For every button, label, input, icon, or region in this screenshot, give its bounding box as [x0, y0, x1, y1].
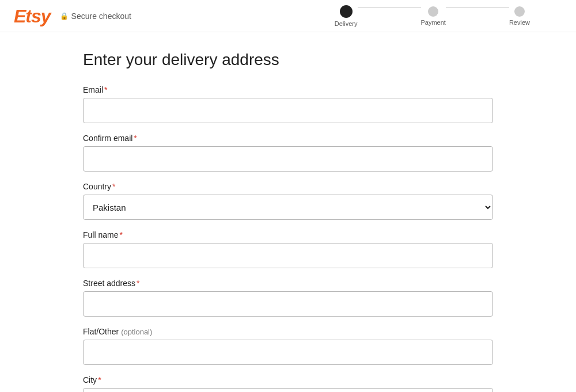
email-input[interactable] — [83, 98, 493, 123]
email-group: Email* — [83, 85, 493, 123]
confirm-email-required-star: * — [134, 134, 137, 143]
main-content: Enter your delivery address Email* Confi… — [69, 32, 507, 392]
full-name-label: Full name* — [83, 230, 493, 239]
city-label: City* — [83, 375, 493, 385]
checkout-progress: Delivery Payment Review — [335, 5, 530, 27]
flat-other-optional: (optional) — [121, 328, 152, 336]
street-address-required-star: * — [137, 279, 139, 288]
flat-other-group: Flat/Other (optional) — [83, 327, 493, 365]
country-required-star: * — [112, 182, 115, 191]
step-line-1 — [358, 7, 421, 8]
full-name-input[interactable] — [83, 243, 493, 268]
city-required-star: * — [98, 375, 101, 385]
street-address-group: Street address* — [83, 279, 493, 317]
email-label: Email* — [83, 85, 493, 94]
payment-label: Payment — [421, 19, 446, 26]
etsy-logo[interactable]: Etsy — [14, 7, 51, 25]
confirm-email-label: Confirm email* — [83, 134, 493, 143]
header: Etsy 🔒 Secure checkout Delivery Payment … — [0, 0, 576, 32]
payment-dot — [428, 6, 438, 17]
city-input[interactable] — [83, 388, 493, 392]
step-payment: Payment — [421, 6, 446, 26]
full-name-group: Full name* — [83, 230, 493, 268]
review-label: Review — [509, 19, 530, 26]
full-name-required-star: * — [119, 230, 122, 239]
secure-checkout-indicator: 🔒 Secure checkout — [60, 12, 131, 21]
lock-icon: 🔒 — [60, 12, 69, 20]
step-delivery: Delivery — [335, 5, 358, 27]
country-group: Country* Pakistan United States United K… — [83, 182, 493, 220]
review-dot — [514, 6, 525, 17]
secure-checkout-label: Secure checkout — [71, 12, 131, 21]
country-select[interactable]: Pakistan United States United Kingdom Ca… — [83, 195, 493, 220]
delivery-label: Delivery — [335, 20, 358, 27]
step-review: Review — [509, 6, 530, 26]
street-address-label: Street address* — [83, 279, 493, 288]
confirm-email-group: Confirm email* — [83, 134, 493, 172]
page-title: Enter your delivery address — [83, 51, 493, 69]
email-required-star: * — [104, 85, 107, 94]
street-address-input[interactable] — [83, 291, 493, 317]
delivery-dot — [340, 5, 353, 18]
delivery-form: Email* Confirm email* Country* Pakistan … — [83, 85, 493, 392]
country-label: Country* — [83, 182, 493, 191]
flat-other-label: Flat/Other (optional) — [83, 327, 493, 336]
confirm-email-input[interactable] — [83, 146, 493, 172]
step-line-2 — [446, 7, 509, 8]
city-group: City* — [83, 375, 493, 392]
flat-other-input[interactable] — [83, 340, 493, 365]
